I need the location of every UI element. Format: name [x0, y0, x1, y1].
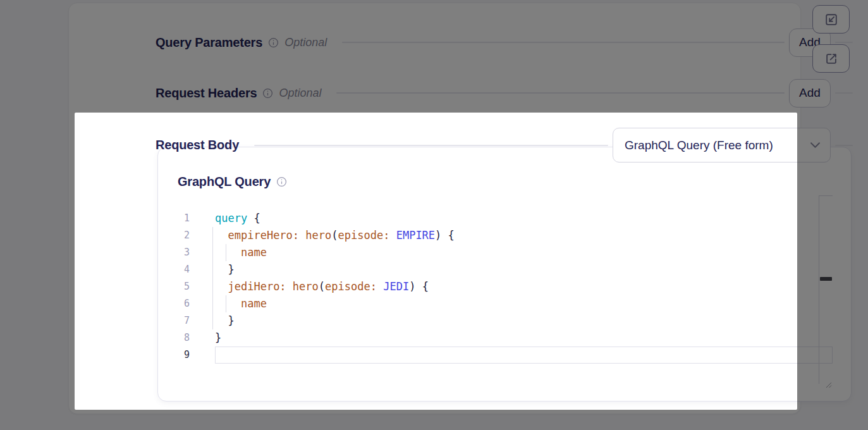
graphql-query-editor[interactable]: 123456789 query { empireHero: hero(episo…	[174, 195, 833, 384]
code-line: jediHero: hero(episode: JEDI) {	[215, 278, 833, 295]
code-lines: query { empireHero: hero(episode: EMPIRE…	[215, 210, 833, 364]
insert-into-editor-icon	[824, 13, 838, 27]
request-body-label: Request Body	[156, 138, 239, 152]
info-icon	[268, 37, 279, 48]
divider	[336, 92, 785, 94]
divider	[835, 92, 853, 94]
indent-guide	[212, 227, 213, 329]
code-line: }	[215, 261, 833, 278]
section-request-body: Request Body GraphQL Query (Free form)	[156, 128, 853, 163]
graphql-query-label: GraphQL Query	[178, 175, 271, 189]
code-line: }	[215, 329, 833, 347]
info-icon	[276, 176, 287, 187]
request-form-card: Query Parameters Optional Add Request He…	[68, 3, 801, 414]
query-parameters-label: Query Parameters	[156, 35, 262, 50]
resize-handle-icon[interactable]	[824, 376, 832, 384]
divider	[254, 145, 608, 146]
line-numbers: 123456789	[174, 210, 190, 364]
request-headers-label: Request Headers	[156, 86, 257, 101]
code-line	[215, 347, 833, 364]
editor-scrollbar[interactable]	[819, 195, 833, 384]
graphql-query-label-row: GraphQL Query	[178, 175, 287, 189]
graphql-query-panel: GraphQL Query 123456789 query { empireHe…	[157, 147, 852, 402]
body-type-select-value: GraphQL Query (Free form)	[625, 138, 804, 152]
insert-into-editor-button[interactable]	[812, 5, 850, 34]
editor-scrollbar-thumb[interactable]	[820, 277, 832, 281]
optional-label: Optional	[284, 36, 327, 49]
divider	[835, 145, 853, 146]
divider	[342, 42, 785, 43]
section-request-headers: Request Headers Optional Add	[156, 78, 853, 108]
optional-label: Optional	[279, 87, 321, 100]
info-icon	[262, 88, 273, 99]
code-line: }	[215, 312, 833, 329]
code-line: name	[215, 295, 833, 312]
code-line: empireHero: hero(episode: EMPIRE) {	[215, 227, 833, 244]
code-line: query {	[215, 210, 833, 227]
section-query-parameters: Query Parameters Optional Add	[156, 28, 853, 57]
chevron-down-icon	[810, 142, 820, 148]
code-line: name	[215, 244, 833, 261]
body-type-select[interactable]: GraphQL Query (Free form)	[613, 128, 831, 163]
open-external-icon	[824, 52, 838, 66]
side-toolbar	[812, 5, 850, 83]
open-external-button[interactable]	[812, 44, 850, 73]
page: Query Parameters Optional Add Request He…	[0, 0, 868, 430]
